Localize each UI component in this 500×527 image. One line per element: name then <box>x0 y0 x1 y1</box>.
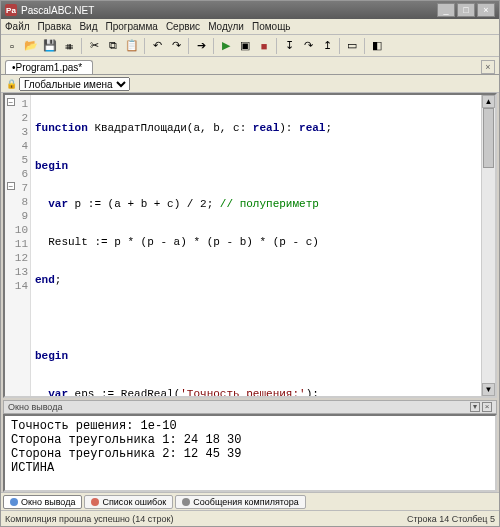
tab-close-button[interactable]: × <box>481 60 495 74</box>
editor-tabstrip: •Program1.pas* × <box>1 57 499 75</box>
toolbar-separator <box>276 38 277 54</box>
scope-bar: 🔒 Глобальные имена <box>1 75 499 93</box>
line-number: 9 <box>9 209 28 223</box>
editor-tab-label: •Program1.pas* <box>12 62 82 73</box>
output-panel-title: Окно вывода ▾ × <box>3 400 497 414</box>
status-left: Компиляция прошла успешно (14 строк) <box>5 514 173 524</box>
stepout-icon[interactable]: ↥ <box>318 37 336 55</box>
line-number: 11 <box>9 237 28 251</box>
scroll-thumb[interactable] <box>483 108 494 168</box>
form-icon[interactable]: ▭ <box>343 37 361 55</box>
line-number: 13 <box>9 265 28 279</box>
menu-help[interactable]: Помощь <box>252 21 291 32</box>
panel-close-button[interactable]: × <box>482 402 492 412</box>
stop-icon[interactable]: ■ <box>255 37 273 55</box>
line-number: 14 <box>9 279 28 293</box>
line-number-gutter: − − 1234567891011121314 <box>5 95 31 396</box>
toolbar-separator <box>364 38 365 54</box>
titlebar: Pa PascalABC.NET _ □ × <box>1 1 499 19</box>
scroll-up-icon[interactable]: ▲ <box>482 95 495 108</box>
save-icon[interactable]: 💾 <box>41 37 59 55</box>
line-number: 6 <box>9 167 28 181</box>
line-number: 4 <box>9 139 28 153</box>
tab-dot-icon <box>182 498 190 506</box>
bottom-tabstrip: Окно выводаСписок ошибокСообщения компил… <box>1 492 499 510</box>
code-area[interactable]: function КвадратПлощади(a, b, c: real): … <box>31 95 481 396</box>
app-icon: Pa <box>5 4 17 16</box>
fold-toggle[interactable]: − <box>7 98 15 106</box>
line-number: 10 <box>9 223 28 237</box>
toolbar-separator <box>144 38 145 54</box>
tab-dot-icon <box>91 498 99 506</box>
toolbar-separator <box>81 38 82 54</box>
menu-file[interactable]: Файл <box>5 21 30 32</box>
toolbar-separator <box>188 38 189 54</box>
menubar: Файл Правка Вид Программа Сервис Модули … <box>1 19 499 35</box>
menu-edit[interactable]: Правка <box>38 21 72 32</box>
tab-label: Сообщения компилятора <box>193 497 299 507</box>
line-number: 12 <box>9 251 28 265</box>
panel-pin-button[interactable]: ▾ <box>470 402 480 412</box>
runform-icon[interactable]: ▣ <box>236 37 254 55</box>
lock-icon: 🔒 <box>5 78 17 90</box>
line-number: 2 <box>9 111 28 125</box>
editor-tab[interactable]: •Program1.pas* <box>5 60 93 74</box>
menu-modules[interactable]: Модули <box>208 21 244 32</box>
output-panel[interactable]: Точность решения: 1e-10 Сторона треуголь… <box>3 414 497 492</box>
status-right: Строка 14 Столбец 5 <box>407 514 495 524</box>
tab-label: Окно вывода <box>21 497 75 507</box>
maximize-button[interactable]: □ <box>457 3 475 17</box>
copy-icon[interactable]: ⧉ <box>104 37 122 55</box>
menu-program[interactable]: Программа <box>105 21 157 32</box>
newform-icon[interactable]: ◧ <box>368 37 386 55</box>
toolbar: ▫📂💾⩩✂⧉📋↶↷➔▶▣■↧↷↥▭◧ <box>1 35 499 57</box>
toolbar-separator <box>339 38 340 54</box>
line-number: 5 <box>9 153 28 167</box>
tab-messages[interactable]: Сообщения компилятора <box>175 495 306 509</box>
run-icon[interactable]: ▶ <box>217 37 235 55</box>
undo-icon[interactable]: ↶ <box>148 37 166 55</box>
saveall-icon[interactable]: ⩩ <box>60 37 78 55</box>
close-button[interactable]: × <box>477 3 495 17</box>
editor[interactable]: − − 1234567891011121314 function Квадрат… <box>3 93 497 398</box>
fold-toggle[interactable]: − <box>7 182 15 190</box>
tab-dot-icon <box>10 498 18 506</box>
line-number: 8 <box>9 195 28 209</box>
paste-icon[interactable]: 📋 <box>123 37 141 55</box>
menu-view[interactable]: Вид <box>79 21 97 32</box>
line-number: 3 <box>9 125 28 139</box>
redo-icon[interactable]: ↷ <box>167 37 185 55</box>
menu-service[interactable]: Сервис <box>166 21 200 32</box>
app-title: PascalABC.NET <box>21 5 94 16</box>
tab-output[interactable]: Окно вывода <box>3 495 82 509</box>
new-icon[interactable]: ▫ <box>3 37 21 55</box>
tab-errors[interactable]: Список ошибок <box>84 495 173 509</box>
stepinto-icon[interactable]: ↧ <box>280 37 298 55</box>
output-panel-label: Окно вывода <box>8 402 62 412</box>
scope-select[interactable]: Глобальные имена <box>19 77 130 91</box>
minimize-button[interactable]: _ <box>437 3 455 17</box>
toolbar-separator <box>213 38 214 54</box>
statusbar: Компиляция прошла успешно (14 строк) Стр… <box>1 510 499 526</box>
scroll-down-icon[interactable]: ▼ <box>482 383 495 396</box>
tab-label: Список ошибок <box>102 497 166 507</box>
editor-scrollbar[interactable]: ▲ ▼ <box>481 95 495 396</box>
goto-icon[interactable]: ➔ <box>192 37 210 55</box>
cut-icon[interactable]: ✂ <box>85 37 103 55</box>
stepover-icon[interactable]: ↷ <box>299 37 317 55</box>
open-icon[interactable]: 📂 <box>22 37 40 55</box>
